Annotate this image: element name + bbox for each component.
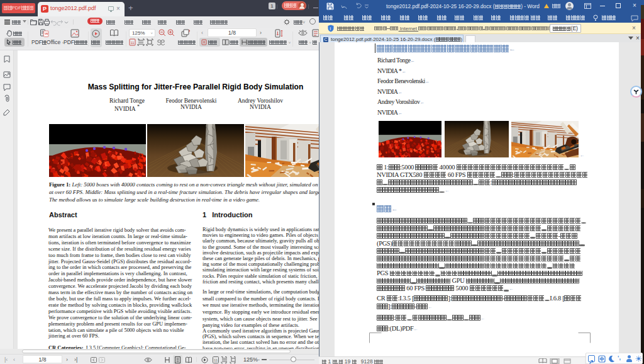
svg-text:11: 11: [130, 41, 135, 45]
svg-text:i: i: [330, 26, 331, 31]
svg-text:11: 11: [214, 358, 218, 362]
